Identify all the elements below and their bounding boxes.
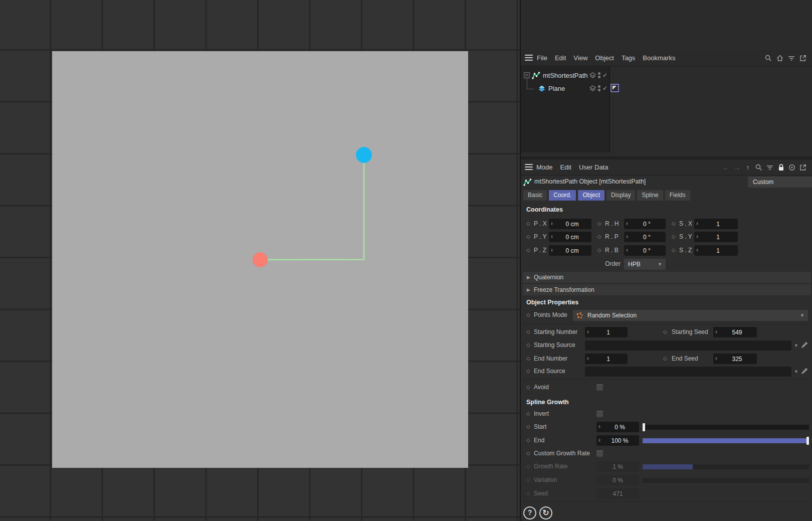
- row-growth-rate: ◇Growth Rate 1 %: [521, 461, 812, 473]
- menu-object[interactable]: Object: [595, 54, 614, 62]
- start-percent-input[interactable]: 0 %: [596, 422, 639, 432]
- filter-icon[interactable]: [787, 54, 795, 62]
- menu-file[interactable]: File: [537, 54, 547, 62]
- menu-tags[interactable]: Tags: [622, 54, 635, 62]
- coord-row-y: ◇P . Y 0 cm ◇R . P 0 ° ◇S . Y 1: [521, 231, 812, 243]
- random-selection-icon: [573, 312, 583, 319]
- spline-path-overlay: [0, 0, 520, 521]
- layers-icon[interactable]: [589, 85, 596, 92]
- plane-object-icon: [538, 85, 546, 92]
- menu-edit[interactable]: Edit: [555, 54, 566, 62]
- section-spline-growth: Spline Growth: [526, 399, 569, 406]
- eyedropper-icon[interactable]: [800, 341, 808, 349]
- growth-rate-input: 1 %: [596, 461, 639, 472]
- enabled-check-icon[interactable]: ✓: [602, 72, 607, 79]
- starting-source-link-field[interactable]: [585, 340, 791, 351]
- object-manager-top-space: [521, 0, 812, 51]
- row-start: ◇Start 0 %: [521, 421, 812, 433]
- tree-row-plane[interactable]: Plane ✓: [521, 82, 812, 95]
- invert-checkbox[interactable]: [596, 411, 603, 417]
- selection-tag-icon[interactable]: [611, 84, 619, 92]
- object-tree: − mtShortestPath ✓: [521, 66, 812, 152]
- row-points-mode: ◇Points Mode Random Selection ▼: [521, 309, 812, 321]
- chevron-down-icon[interactable]: ▼: [794, 343, 798, 348]
- home-icon[interactable]: [776, 54, 784, 62]
- variation-input: 0 %: [596, 475, 639, 485]
- slider-handle[interactable]: [806, 437, 809, 445]
- popout-icon[interactable]: [799, 54, 807, 62]
- object-name[interactable]: Plane: [548, 85, 565, 92]
- row-end-source: ◇End Source ▼: [521, 366, 812, 378]
- menu-bookmarks[interactable]: Bookmarks: [643, 54, 675, 62]
- slider-handle[interactable]: [643, 423, 645, 431]
- start-slider[interactable]: [643, 425, 809, 430]
- starting-seed-input[interactable]: 549: [713, 327, 757, 337]
- position-y-input[interactable]: 0 cm: [549, 232, 591, 242]
- chevron-down-icon: ▼: [800, 313, 808, 318]
- rotation-b-input[interactable]: 0 °: [624, 245, 666, 256]
- path-start-point[interactable]: [253, 252, 268, 267]
- object-manager: File Edit View Object Tags Bookmarks: [521, 0, 812, 152]
- order-select[interactable]: HPB▼: [624, 259, 666, 270]
- attribute-manager: Mode Edit User Data ← → ↑: [521, 156, 812, 521]
- row-custom-growth-rate: ◇Custom Growth Rate: [521, 448, 812, 460]
- freeze-transformation-group[interactable]: ▶ Freeze Transformation: [523, 284, 811, 295]
- application-window: File Edit View Object Tags Bookmarks: [0, 0, 812, 521]
- row-end: ◇End 100 %: [521, 435, 812, 447]
- mtshortestpath-object-icon: [532, 71, 540, 80]
- shortest-path-line: [260, 155, 364, 260]
- collapsed-arrow-icon: ▶: [527, 275, 530, 280]
- right-panel-column: File Edit View Object Tags Bookmarks: [520, 0, 812, 521]
- position-x-input[interactable]: 0 cm: [549, 219, 591, 229]
- menu-view[interactable]: View: [573, 54, 587, 62]
- end-percent-input[interactable]: 100 %: [596, 435, 639, 446]
- end-seed-input[interactable]: 325: [713, 354, 757, 364]
- coord-row-x: ◇P . X 0 cm ◇R . H 0 ° ◇S . X 1: [521, 218, 812, 230]
- row-starting-source: ◇Starting Source ▼: [521, 339, 812, 352]
- row-starting-number-seed: ◇Starting Number 1 ◇Starting Seed 549: [521, 326, 812, 338]
- collapsed-arrow-icon: ▶: [527, 287, 530, 292]
- reset-button[interactable]: ↻: [539, 506, 552, 519]
- tree-row-mtshortestpath[interactable]: − mtShortestPath ✓: [521, 69, 812, 82]
- collapse-expander-icon[interactable]: −: [524, 72, 530, 78]
- row-seed: ◇Seed 471: [521, 488, 812, 500]
- custom-growth-rate-checkbox[interactable]: [596, 450, 603, 457]
- coord-row-z: ◇P . Z 0 cm ◇R . B 0 ° ◇S . Z 1: [521, 245, 812, 257]
- section-object-properties: Object Properties: [526, 299, 578, 306]
- rotation-h-input[interactable]: 0 °: [624, 219, 666, 229]
- scale-y-input[interactable]: 1: [694, 232, 738, 242]
- 3d-viewport[interactable]: [0, 0, 520, 521]
- avoid-checkbox[interactable]: [596, 384, 603, 391]
- layers-icon[interactable]: [589, 72, 596, 79]
- end-slider[interactable]: [643, 438, 809, 443]
- row-variation: ◇Variation 0 %: [521, 474, 812, 486]
- visibility-dots-icon[interactable]: [598, 85, 600, 91]
- path-end-point[interactable]: [356, 147, 372, 163]
- panel-menu-icon[interactable]: [525, 55, 533, 61]
- end-source-link-field[interactable]: [585, 367, 791, 377]
- row-invert: ◇Invert: [521, 408, 812, 420]
- chevron-down-icon: ▼: [658, 262, 666, 267]
- scale-z-input[interactable]: 1: [694, 245, 738, 256]
- help-button[interactable]: ?: [523, 506, 536, 519]
- object-name[interactable]: mtShortestPath: [543, 72, 588, 79]
- visibility-dots-icon[interactable]: [598, 72, 600, 78]
- end-number-input[interactable]: 1: [585, 354, 628, 364]
- variation-slider: [643, 478, 809, 483]
- object-manager-menubar: File Edit View Object Tags Bookmarks: [521, 50, 812, 66]
- chevron-down-icon[interactable]: ▼: [794, 369, 798, 374]
- row-end-number-seed: ◇End Number 1 ◇End Seed 325: [521, 353, 812, 365]
- starting-number-input[interactable]: 1: [585, 327, 628, 337]
- enabled-check-icon[interactable]: ✓: [602, 85, 607, 92]
- rotation-p-input[interactable]: 0 °: [624, 232, 666, 242]
- position-z-input[interactable]: 0 cm: [549, 245, 591, 256]
- search-icon[interactable]: [764, 54, 772, 62]
- quaternion-group[interactable]: ▶ Quaternion: [523, 272, 811, 283]
- eyedropper-icon[interactable]: [800, 368, 808, 375]
- coord-row-order: Order HPB▼: [521, 258, 812, 270]
- growth-rate-slider: [643, 464, 809, 469]
- section-coordinates: Coordinates: [526, 206, 563, 213]
- scale-x-input[interactable]: 1: [694, 219, 738, 229]
- points-mode-select[interactable]: Random Selection ▼: [573, 310, 808, 321]
- seed-input: 471: [596, 488, 639, 499]
